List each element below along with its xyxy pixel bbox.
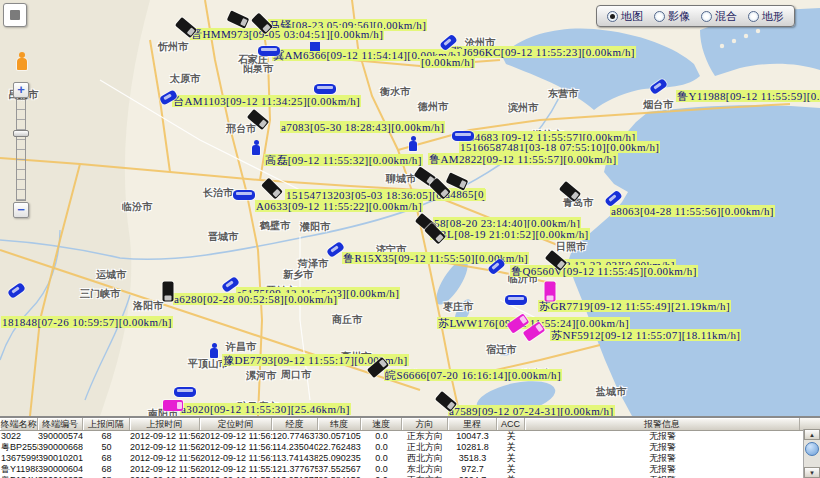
vehicle-bus-icon[interactable] [258,46,280,56]
table-cell: 0.0 [361,464,402,475]
vehicle-person-icon[interactable] [252,145,260,155]
pegman-icon[interactable] [17,58,27,70]
vehicle-bus-icon[interactable] [314,84,336,94]
scroll-up-icon[interactable]: ▲ [804,429,820,440]
city-label: 盐城市 [596,385,626,399]
map-widget-button[interactable] [3,3,27,27]
map-type-option[interactable]: 混合 [701,9,737,24]
table-header-row: 终端名称终端编号上报间隔上报时间定位时间经度纬度速度方向里程ACC报警信息 [0,418,820,431]
vehicle-person-icon[interactable] [409,141,417,151]
vehicle-label[interactable]: 晋HMM973[09-05 03:04:51][0.00km/h] [190,28,384,40]
column-header[interactable]: 报警信息 [525,418,800,430]
vehicle-person-icon[interactable] [210,348,218,358]
vehicle-label[interactable]: 181848[07-26 10:59:57][0.00km/h] [1,316,173,328]
table-cell: 关 [497,442,525,453]
vehicle-label[interactable]: HBL[08-19 21:01:52][0.00km/h] [430,228,590,240]
vehicle-label[interactable]: a4865[0 [444,188,485,200]
vehicle-label[interactable]: a7589[09-12 07-24-31][0.00km/h] [448,405,615,416]
vehicle-label[interactable]: 鲁Y11988[09-12 11:55:59][0.00km/h] [676,90,820,102]
vehicle-label[interactable]: 鲁AM2822[09-12 11:55:57][0.00km/h] [428,153,618,165]
vehicle-label[interactable]: 15166587481[03-18 07:55:10][0.00km/h] [459,141,660,153]
city-label: 宿迁市 [486,343,516,357]
city-label: 邢台市 [226,122,256,136]
vehicle-truck-icon[interactable] [163,400,183,411]
map-type-label: 影像 [668,9,690,24]
vehicle-label[interactable]: 苏NF5912[09-12 11:55:07][18.11km/h] [550,329,741,341]
radio-icon[interactable] [748,11,759,22]
column-header[interactable]: 定位时间 [200,418,272,430]
vehicle-label[interactable]: a8063[04-28 11:55:56][0.00km/h] [610,205,775,217]
city-label: 漯河市 [246,369,276,383]
radio-icon[interactable] [701,11,712,22]
vehicle-truck-icon[interactable] [545,282,556,302]
vehicle-label[interactable]: [0.00km/h] [420,56,475,68]
table-cell: 37.552567 [318,464,361,475]
scrollbar-thumb[interactable] [805,442,819,456]
column-header[interactable]: ACC [497,418,525,430]
table-row[interactable]: 粤BP255F3900006685502012-09-12 11:56:0920… [0,442,820,453]
vehicle-label[interactable]: 皖S6666[07-20 16:16:14][0.00km/h] [384,369,562,381]
city-label: 商丘市 [332,313,362,327]
table-scrollbar[interactable]: ▲ ▼ [803,429,820,478]
column-header[interactable]: 里程 [448,418,497,430]
table-cell: 3900006685 [38,442,83,453]
table-cell: 50 [83,442,130,453]
city-label: 青岛市 [563,196,593,210]
vehicle-bus-icon[interactable] [233,190,255,200]
table-cell: 2012-09-12 11:56:02 [200,442,272,453]
vehicle-label[interactable]: 高磊[09-12 11:55:32][0.00km/h] [264,154,423,166]
vehicle-label[interactable]: 冀J696KC[09-12 11:55:23][0.00km/h] [450,46,636,58]
city-label: 东营市 [548,87,578,101]
vehicle-label[interactable]: a3020[09-12 11:55:30][25.46km/h] [180,403,351,415]
city-label: 运城市 [96,268,126,282]
column-header[interactable]: 上报时间 [130,418,200,430]
table-cell: 2012-09-12 11:56:07 [130,453,200,464]
table-cell: 正北方向 [402,442,448,453]
vehicle-bus-icon[interactable] [452,131,474,141]
column-header[interactable]: 方向 [402,418,448,430]
map-canvas[interactable]: 忻州市太原市阳泉市吕梁市石家庄衡水市沧州市德州市滨州市东营市烟台市潍坊市青岛市日… [0,0,820,416]
map-type-label: 地形 [762,9,784,24]
column-header[interactable]: 经度 [272,418,318,430]
vehicle-truck-icon[interactable] [163,282,174,302]
table-cell: 无报警 [525,453,800,464]
vehicle-label[interactable]: 台AM1103[09-12 11:34:25][0.00km/h] [172,95,361,107]
vehicle-label[interactable]: a6280[02-28 00:52:58][0.00km/h] [173,293,338,305]
zoom-slider[interactable] [16,99,26,201]
table-cell: 2012-09-12 11:56:09 [130,431,200,442]
table-row[interactable]: 30223900005741682012-09-12 11:56:092012-… [0,431,820,442]
radio-icon[interactable] [654,11,665,22]
city-label: 枣庄市 [443,300,473,314]
city-label: 忻州市 [158,40,188,54]
zoom-slider-handle[interactable] [13,130,29,137]
table-row[interactable]: 鲁Y119883900006044682012-09-12 11:56:0620… [0,464,820,475]
table-cell: 22.762483 [318,442,361,453]
table-cell: 关 [497,453,525,464]
scroll-down-icon[interactable]: ▼ [804,467,820,478]
table-cell: 68 [83,453,130,464]
vehicle-arrow-icon[interactable] [310,42,320,51]
table-cell: 关 [497,431,525,442]
map-type-option[interactable]: 影像 [654,9,690,24]
map-type-option[interactable]: 地图 [607,9,643,24]
vehicle-label[interactable]: 鲁Q6560V[09-12 11:55:45][0.00km/h] [510,265,698,277]
table-row[interactable]: 136759957...3900102014682012-09-12 11:56… [0,453,820,464]
column-header[interactable]: 上报间隔 [83,418,130,430]
vehicle-bus-icon[interactable] [505,295,527,305]
radio-icon[interactable] [607,11,618,22]
column-header[interactable]: 终端编号 [38,418,83,430]
table-cell: 121.377675 [272,464,318,475]
zoom-in-button[interactable]: + [13,82,29,98]
vehicle-label[interactable]: A0633[09-12 11:55:22][0.00km/h] [255,200,423,212]
map-type-option[interactable]: 地形 [748,9,784,24]
vehicle-label[interactable]: a7083[05-30 18:28:43][0.00km/h] [280,121,445,133]
map-type-control: 地图影像混合地形 [596,5,795,27]
city-label: 新乡市 [283,268,313,282]
column-header[interactable]: 终端名称 [0,418,38,430]
zoom-out-button[interactable]: − [13,202,29,218]
column-header[interactable]: 纬度 [318,418,361,430]
vehicle-bus-icon[interactable] [174,387,196,397]
table-cell: 3900102014 [38,453,83,464]
column-header[interactable]: 速度 [361,418,402,430]
vehicle-label[interactable]: 苏GR7719[09-12 11:55:49][21.19km/h] [538,300,731,312]
